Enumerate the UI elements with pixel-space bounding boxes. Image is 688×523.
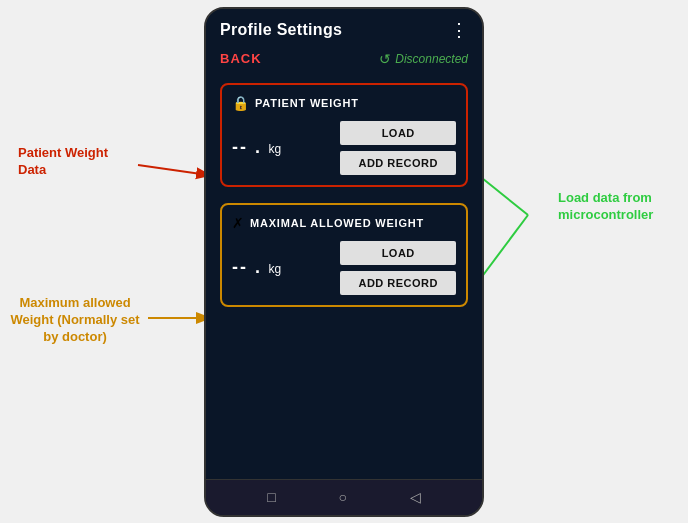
- sub-bar: BACK ↺ Disconnected: [206, 47, 482, 75]
- nav-back-icon[interactable]: ◁: [410, 489, 421, 505]
- title-bar: Profile Settings ⋮: [206, 9, 482, 47]
- maximal-button-group: LOAD ADD RECORD: [340, 241, 456, 295]
- svg-line-0: [138, 165, 208, 175]
- maximal-weight-unit: kg: [268, 262, 281, 276]
- patient-button-group: LOAD ADD RECORD: [340, 121, 456, 175]
- nav-square-icon[interactable]: □: [267, 489, 275, 505]
- maximal-load-button[interactable]: LOAD: [340, 241, 456, 265]
- more-icon[interactable]: ⋮: [450, 19, 468, 41]
- maximal-weight-card: ✗ MAXIMAL ALLOWED WEIGHT -- . kg LOAD AD…: [220, 203, 468, 307]
- patient-lock-icon: 🔒: [232, 95, 249, 111]
- annotation-max-weight: Maximum allowed Weight (Normally set by …: [10, 295, 140, 346]
- patient-add-record-button[interactable]: ADD RECORD: [340, 151, 456, 175]
- page-title: Profile Settings: [220, 21, 342, 39]
- back-button[interactable]: BACK: [220, 51, 262, 66]
- content-area: 🔒 PATIENT WEIGHT -- . kg LOAD ADD RECORD: [206, 75, 482, 315]
- patient-weight-value: -- . kg: [232, 137, 281, 158]
- annotation-load-data: Load data from microcontroller: [558, 190, 668, 224]
- bottom-nav: □ ○ ◁: [206, 479, 482, 515]
- phone-frame: Profile Settings ⋮ BACK ↺ Disconnected 🔒…: [204, 7, 484, 517]
- patient-weight-display: -- .: [232, 137, 262, 157]
- maximal-card-header: ✗ MAXIMAL ALLOWED WEIGHT: [232, 215, 456, 231]
- connection-status: Disconnected: [395, 52, 468, 66]
- patient-weight-unit: kg: [268, 142, 281, 156]
- maximal-card-body: -- . kg LOAD ADD RECORD: [232, 241, 456, 295]
- maximal-card-title: MAXIMAL ALLOWED WEIGHT: [250, 217, 424, 229]
- maximal-weight-display: -- .: [232, 257, 262, 277]
- outer-wrapper: Patient Weight Data Maximum allowed Weig…: [0, 0, 688, 523]
- annotation-patient-weight: Patient Weight Data: [18, 145, 138, 179]
- patient-card-header: 🔒 PATIENT WEIGHT: [232, 95, 456, 111]
- maximal-weight-value: -- . kg: [232, 257, 281, 278]
- patient-card-title: PATIENT WEIGHT: [255, 97, 359, 109]
- maximal-weight-icon: ✗: [232, 215, 244, 231]
- patient-card-body: -- . kg LOAD ADD RECORD: [232, 121, 456, 175]
- disconnected-area: ↺ Disconnected: [379, 51, 468, 67]
- patient-weight-card: 🔒 PATIENT WEIGHT -- . kg LOAD ADD RECORD: [220, 83, 468, 187]
- maximal-add-record-button[interactable]: ADD RECORD: [340, 271, 456, 295]
- refresh-icon[interactable]: ↺: [379, 51, 391, 67]
- nav-circle-icon[interactable]: ○: [339, 489, 347, 505]
- patient-load-button[interactable]: LOAD: [340, 121, 456, 145]
